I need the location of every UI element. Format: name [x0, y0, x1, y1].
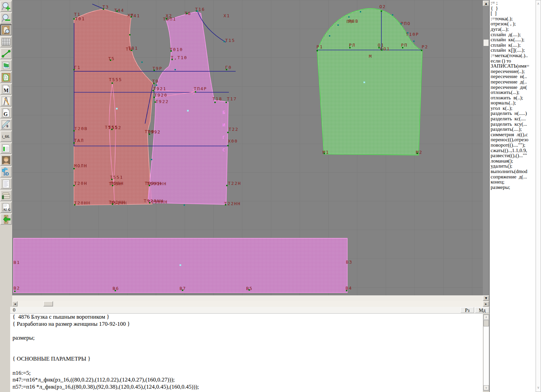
command-item[interactable]: разделить(....);: [491, 127, 536, 132]
scroll-down-button[interactable]: ▼: [483, 295, 489, 301]
panel-scroll-up-icon[interactable]: ∧: [536, 2, 541, 6]
command-item[interactable]: разделить кс(....: [491, 116, 536, 122]
horizontal-scroll-thumb[interactable]: [43, 301, 53, 307]
command-item[interactable]: выполнить(dmod: [491, 169, 536, 174]
rz-button[interactable]: Рз: [461, 307, 474, 313]
grid-button[interactable]: [0, 36, 12, 47]
command-item[interactable]: :=метка(точка(.)..: [491, 53, 536, 58]
code-line[interactable]: [10, 363, 483, 370]
scroll-left-button[interactable]: ◄: [12, 301, 18, 307]
command-item[interactable]: сплайн к∏(....);: [491, 48, 536, 53]
ruler-8-button[interactable]: 8: [0, 119, 12, 130]
command-item[interactable]: ЗАПИСАТЬ(имя=: [491, 64, 536, 69]
command-item[interactable]: размеры;: [491, 185, 536, 190]
command-item[interactable]: пересечение н(..: [491, 74, 536, 79]
code-line[interactable]: [10, 342, 483, 349]
alg-page-button[interactable]: ALG: [0, 202, 12, 213]
alg-page-icon: ALG: [1, 203, 11, 212]
command-item[interactable]: := ;: [491, 0, 536, 6]
i66-button-button[interactable]: i_66.: [0, 131, 12, 142]
command-item[interactable]: сопряжение д(...: [491, 174, 536, 180]
command-item[interactable]: угол к(..);: [491, 106, 536, 111]
green-point-marker: [73, 142, 75, 144]
document-list-button[interactable]: [0, 178, 12, 189]
command-item[interactable]: ломаная();: [491, 158, 536, 164]
zoom-out-button[interactable]: [0, 13, 12, 24]
size-table-button[interactable]: [0, 143, 12, 154]
command-panel-scrollbar[interactable]: ∧ ∨: [536, 0, 541, 392]
status-line-number: 0: [13, 307, 16, 313]
code-line[interactable]: п57:=п16 *л_фнк(рз_16,((80,0.38),(92,0.3…: [10, 384, 483, 391]
green-point-marker: [131, 16, 132, 18]
editor-scroll-thumb[interactable]: [484, 320, 489, 326]
letter-g-page-button[interactable]: G: [0, 107, 12, 118]
vertical-scroll-thumb[interactable]: [483, 39, 489, 46]
drafting-tools-icon: [1, 96, 11, 106]
command-item[interactable]: сплайн к(....);: [491, 43, 536, 48]
code-line[interactable]: п47:=п16*л_фнк(рз_16,((80,0.22),(112,0.2…: [10, 376, 483, 384]
code-line[interactable]: [10, 327, 483, 335]
point-label: Т20НН: [74, 201, 91, 205]
point-label: Т99ННН: [148, 200, 168, 204]
code-line[interactable]: п16:=5;: [10, 370, 483, 377]
command-item[interactable]: симметрия л((),с: [491, 132, 536, 138]
books-icon: [1, 191, 11, 200]
export-book-button[interactable]: [0, 214, 12, 225]
command-item[interactable]: отрезок( , );: [491, 21, 536, 27]
scroll-right-button[interactable]: ►: [483, 301, 489, 307]
green-point-marker: [249, 289, 250, 291]
command-item[interactable]: перенос((),отрезо: [491, 137, 536, 143]
command-item[interactable]: дуга(...);: [491, 27, 536, 32]
map-button[interactable]: [0, 60, 12, 71]
md-button[interactable]: Мд: [475, 307, 489, 313]
command-item[interactable]: сплайн кк(.....);: [491, 37, 536, 43]
scroll-up-button[interactable]: ▲: [483, 1, 489, 6]
command-item[interactable]: отложить в(..);: [491, 95, 536, 101]
command-item[interactable]: нормаль(..);: [491, 100, 536, 106]
model-photo-button[interactable]: [0, 154, 12, 166]
point-label: Т20Н: [74, 181, 87, 186]
command-item[interactable]: сплайн д(....);: [491, 32, 536, 38]
editor-scroll-down-button[interactable]: ∨: [484, 385, 489, 390]
green-point-marker: [155, 101, 156, 103]
drawing-canvas[interactable]: Т3Т44Т1Т01Х7Т41Х2Т6П1Т6Т16Х1Т15Т8Т81Т010…: [12, 0, 483, 295]
command-item[interactable]: конец;: [491, 179, 536, 185]
panel-scroll-down-icon[interactable]: ∨: [536, 386, 541, 390]
command-item[interactable]: сжать(()..,1.1,0.9,: [491, 148, 536, 153]
preview-zoom-icon: [1, 25, 11, 35]
command-item[interactable]: отложить(...);: [491, 90, 536, 95]
command-item[interactable]: :=точка(.);: [491, 16, 536, 22]
code-line[interactable]: { 4876 Блузка с пышным воротником }: [10, 314, 483, 321]
zoom-in-button[interactable]: [0, 1, 12, 12]
command-list-panel[interactable]: := ;{ }[ ]:=точка(.);отрезок( , );дуга(.…: [489, 0, 536, 392]
command-item[interactable]: развести((),()..."": [491, 153, 536, 158]
code-line[interactable]: { Разработано на размер женщины 170-92-1…: [10, 321, 483, 328]
editor-scroll-up-button[interactable]: ∧: [484, 315, 489, 320]
command-item[interactable]: разделить н(.....): [491, 111, 536, 116]
canvas-horizontal-scrollbar[interactable]: [12, 301, 483, 307]
books-button[interactable]: [0, 190, 12, 201]
program-code-editor[interactable]: { 4876 Блузка с пышным воротником }{ Раз…: [10, 313, 483, 392]
command-item[interactable]: [ ]: [491, 11, 536, 16]
svg-text:M: M: [4, 88, 9, 93]
command-item[interactable]: { }: [491, 6, 536, 11]
green-point-marker: [195, 91, 196, 93]
green-point-marker: [171, 59, 173, 60]
preview-zoom-button[interactable]: [0, 24, 12, 35]
command-item[interactable]: пересечение дн(: [491, 85, 536, 90]
pattern-piece-button[interactable]: [0, 72, 12, 83]
measure-button[interactable]: [0, 48, 12, 59]
command-item[interactable]: пересечение д(..: [491, 79, 536, 85]
code-line[interactable]: размеры;: [10, 335, 483, 342]
command-item[interactable]: пересечение(..);: [491, 69, 536, 74]
command-item[interactable]: поворот(()...."");: [491, 143, 536, 148]
code-line[interactable]: [10, 349, 483, 356]
code-line[interactable]: { ОСНОВНЫЕ ПАРАМЕТРЫ }: [10, 356, 483, 363]
teal-point-marker: [184, 204, 185, 206]
command-item[interactable]: удалить();: [491, 164, 536, 169]
command-item[interactable]: разделить ксу(...: [491, 122, 536, 127]
command-item[interactable]: если () то: [491, 58, 536, 64]
drafting-tools-button[interactable]: [0, 95, 12, 106]
letter-m-page-button[interactable]: M: [0, 83, 12, 95]
three-d-button[interactable]: 3D: [0, 166, 12, 177]
